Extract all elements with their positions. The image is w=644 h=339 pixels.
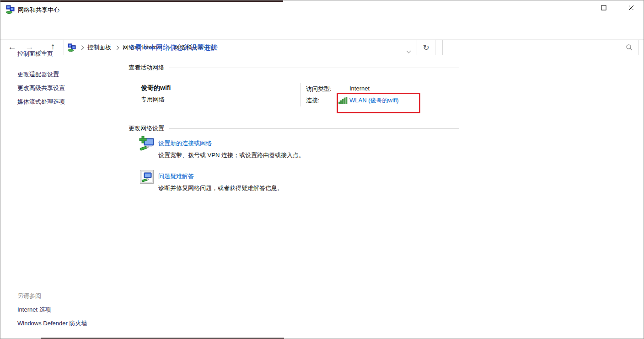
- network-profile: 专用网络: [141, 95, 165, 104]
- setup-new-connection-link[interactable]: 设置新的连接或网络: [158, 139, 212, 148]
- address-bar[interactable]: 控制面板 网络和 Internet 网络和共享中心: [64, 40, 417, 55]
- network-sharing-center-icon[interactable]: [68, 43, 76, 52]
- section-heading: 查看活动网络: [129, 64, 164, 72]
- sidebar-item-internet-options[interactable]: Internet 选项: [17, 306, 51, 314]
- refresh-icon: ↻: [423, 44, 429, 52]
- access-type-value: Internet: [349, 85, 370, 92]
- new-connection-icon[interactable]: [139, 136, 156, 152]
- active-networks-section-header: 查看活动网络: [129, 64, 459, 72]
- network-name: 俊哥的wifi: [141, 84, 171, 92]
- background-window-edge-bottom: [41, 338, 284, 339]
- search-input[interactable]: [446, 41, 624, 55]
- navigation-bar: ← → ↑ 控制面板 网络和 Internet: [0, 19, 644, 40]
- back-arrow-icon[interactable]: ←: [8, 42, 16, 51]
- titlebar: 网络和共享中心: [0, 0, 644, 19]
- minimize-button[interactable]: [566, 1, 587, 15]
- network-settings-section-header: 更改网络设置: [129, 124, 459, 132]
- wlan-connection-link[interactable]: WLAN (俊哥的wifi): [349, 96, 399, 105]
- access-type-label: 访问类型:: [306, 85, 332, 93]
- breadcrumb-separator-icon: [80, 45, 84, 50]
- troubleshoot-description: 诊断并修复网络问题，或者获得疑难解答信息。: [158, 184, 283, 192]
- maximize-icon: [601, 5, 606, 11]
- sidebar-item-windows-defender-firewall[interactable]: Windows Defender 防火墙: [17, 319, 87, 328]
- section-heading: 更改网络设置: [129, 124, 164, 132]
- breadcrumb-separator-icon: [115, 45, 119, 50]
- search-icon[interactable]: [626, 44, 633, 51]
- wifi-signal-icon: [338, 97, 348, 104]
- sidebar-item-media-streaming-options[interactable]: 媒体流式处理选项: [17, 98, 65, 106]
- column-divider: [300, 83, 301, 106]
- connection-label: 连接:: [306, 96, 320, 105]
- network-sharing-center-window: 网络和共享中心 ← → ↑: [0, 0, 644, 339]
- page-title: 查看基本网络信息并设置连接: [129, 43, 218, 52]
- close-icon: [628, 5, 634, 11]
- maximize-button[interactable]: [593, 1, 614, 15]
- section-divider: [169, 68, 459, 68]
- see-also-heading: 另请参阅: [17, 292, 41, 300]
- sidebar-item-change-adapter-settings[interactable]: 更改适配器设置: [17, 70, 59, 79]
- breadcrumb-control-panel[interactable]: 控制面板: [87, 43, 111, 52]
- troubleshoot-icon[interactable]: [140, 170, 154, 184]
- search-box[interactable]: [442, 40, 639, 55]
- sidebar-item-change-advanced-sharing[interactable]: 更改高级共享设置: [17, 84, 65, 92]
- network-sharing-center-icon: [6, 5, 15, 14]
- minimize-icon: [574, 5, 579, 11]
- setup-new-connection-description: 设置宽带、拨号或 VPN 连接；或设置路由器或接入点。: [158, 151, 305, 159]
- close-button[interactable]: [621, 1, 642, 15]
- refresh-button[interactable]: ↻: [417, 40, 435, 55]
- sidebar-item-control-panel-home[interactable]: 控制面板主页: [17, 50, 53, 58]
- window-title: 网络和共享中心: [18, 6, 59, 14]
- section-divider: [169, 128, 459, 129]
- troubleshoot-link[interactable]: 问题疑难解答: [158, 172, 194, 180]
- address-dropdown-chevron-icon[interactable]: [407, 46, 410, 54]
- background-window-edge-top: [0, 0, 283, 2]
